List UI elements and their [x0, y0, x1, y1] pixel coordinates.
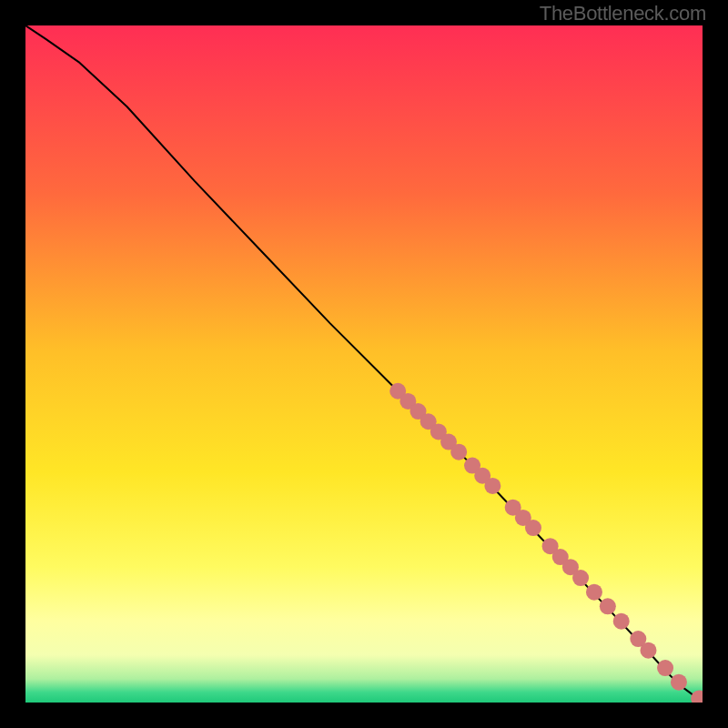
svg-point-20	[613, 613, 630, 630]
svg-point-22	[640, 642, 656, 659]
svg-point-23	[657, 660, 673, 676]
svg-point-18	[586, 584, 602, 601]
svg-point-17	[572, 570, 589, 586]
plot-area	[25, 25, 703, 703]
svg-point-24	[671, 674, 687, 691]
svg-point-10	[484, 478, 500, 494]
chart-svg	[25, 25, 703, 703]
chart-container: TheBottleneck.com	[0, 0, 728, 728]
watermark-text: TheBottleneck.com	[540, 2, 706, 25]
svg-point-19	[600, 598, 616, 614]
svg-point-13	[525, 520, 541, 536]
svg-point-7	[450, 444, 467, 460]
